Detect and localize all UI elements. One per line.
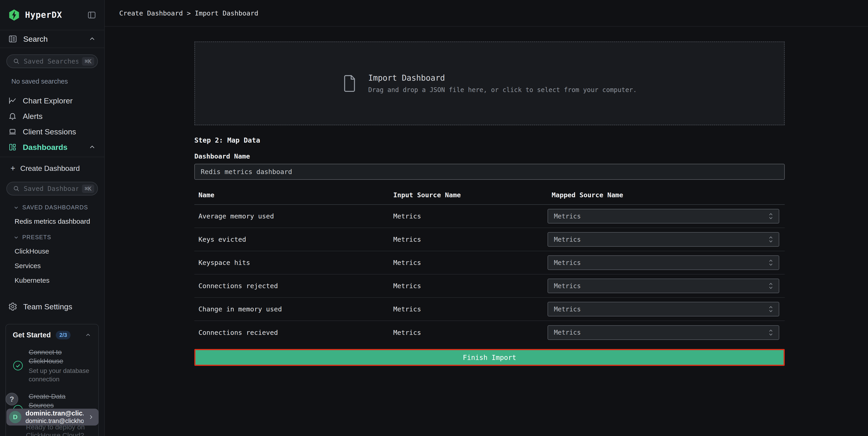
sidebar: HyperDX Search — [0, 0, 105, 436]
cell-input-source: Metrics — [389, 251, 548, 274]
cell-name: Change in memory used — [194, 297, 389, 321]
chevron-up-icon — [88, 35, 96, 43]
sidebar-nav: Chart Explorer Alerts Client Sessions — [0, 93, 104, 157]
user-menu[interactable]: D dominic.tran@clic... dominic.tran@clic… — [6, 409, 98, 426]
mapped-source-select[interactable]: Metrics — [548, 232, 779, 247]
dashboard-name-label: Dashboard Name — [194, 152, 785, 160]
cell-name: Average memory used — [194, 205, 389, 228]
table-row: Average memory used Metrics Metrics — [194, 205, 785, 228]
json-dropzone[interactable]: Import Dashboard Drag and drop a JSON fi… — [194, 41, 785, 125]
sidebar-item-label: Alerts — [23, 112, 42, 121]
chart-explorer-icon — [8, 96, 17, 105]
create-dashboard-button[interactable]: + Create Dashboard — [0, 161, 104, 175]
saved-searches-searchbox[interactable]: ⌘K — [6, 54, 98, 68]
select-value: Metrics — [554, 282, 767, 290]
select-chevrons-icon — [767, 212, 774, 220]
get-started-step-connect[interactable]: Connect to ClickHouse Set up your databa… — [13, 348, 92, 384]
mapped-source-select[interactable]: Metrics — [548, 255, 779, 270]
preset-item-clickhouse[interactable]: ClickHouse — [14, 248, 104, 255]
logo-row: HyperDX — [0, 0, 104, 30]
select-chevrons-icon — [767, 282, 774, 290]
user-email: dominic.tran@clickho... — [26, 417, 84, 425]
no-saved-searches-text: No saved searches — [11, 78, 104, 85]
presets-group-toggle[interactable]: PRESETS — [13, 234, 104, 240]
get-started-header[interactable]: Get Started 2/3 — [13, 331, 92, 340]
cell-input-source: Metrics — [389, 274, 548, 297]
saved-searches-input[interactable] — [24, 57, 78, 65]
preset-item-services[interactable]: Services — [14, 262, 104, 270]
sidebar-item-alerts[interactable]: Alerts — [0, 109, 104, 124]
step-title: Create Data Sources — [29, 392, 91, 410]
cell-name: Connections recieved — [194, 321, 389, 344]
select-chevrons-icon — [767, 329, 774, 337]
mapping-table: Name Input Source Name Mapped Source Nam… — [194, 187, 785, 344]
sidebar-item-client-sessions[interactable]: Client Sessions — [0, 124, 104, 139]
content-area: Import Dashboard Drag and drop a JSON fi… — [105, 27, 868, 436]
sidebar-item-chart-explorer[interactable]: Chart Explorer — [0, 93, 104, 109]
step-texts: Connect to ClickHouse Set up your databa… — [29, 348, 91, 384]
preset-item-kubernetes[interactable]: Kubernetes — [14, 277, 104, 284]
mapped-source-select[interactable]: Metrics — [548, 302, 779, 316]
dashboard-name-input[interactable] — [194, 164, 785, 180]
dropzone-title: Import Dashboard — [368, 74, 637, 83]
sidebar-item-dashboards[interactable]: Dashboards — [0, 139, 104, 155]
chevron-right-icon — [88, 414, 94, 420]
table-row: Connections recieved Metrics Metrics — [194, 321, 785, 344]
cell-name: Keys evicted — [194, 228, 389, 251]
sidebar-item-search[interactable]: Search — [0, 30, 104, 48]
sidebar-item-label: Dashboards — [23, 143, 68, 152]
select-chevrons-icon — [767, 259, 774, 266]
sidebar-item-label: Search — [23, 35, 48, 43]
plus-icon: + — [10, 164, 15, 172]
table-header-row: Name Input Source Name Mapped Source Nam… — [194, 187, 785, 205]
select-value: Metrics — [554, 236, 767, 243]
dashboards-icon — [8, 143, 17, 151]
bell-icon — [8, 112, 17, 120]
mapped-source-select[interactable]: Metrics — [548, 325, 779, 340]
laptop-icon — [8, 127, 17, 136]
topbar: Create Dashboard > Import Dashboard — [105, 0, 868, 27]
group-label-text: PRESETS — [22, 234, 51, 240]
saved-dashboards-group-toggle[interactable]: SAVED DASHBOARDS — [13, 204, 104, 211]
kbd-shortcut: ⌘K — [82, 184, 94, 193]
table-row: Keyspace hits Metrics Metrics — [194, 251, 785, 274]
step-title: Connect to ClickHouse — [29, 348, 91, 366]
sidebar-item-label: Client Sessions — [23, 127, 76, 136]
sidebar-collapse-icon[interactable] — [87, 10, 96, 20]
cloud-promo-line2: ClickHouse Cloud? — [26, 431, 84, 436]
sidebar-item-team-settings[interactable]: Team Settings — [0, 302, 104, 311]
get-started-title: Get Started — [13, 331, 51, 339]
select-value: Metrics — [554, 259, 767, 266]
cell-input-source: Metrics — [389, 321, 548, 344]
search-section-icon — [8, 34, 17, 43]
saved-dashboards-input[interactable] — [24, 185, 78, 193]
saved-dashboards-searchbox[interactable]: ⌘K — [6, 182, 98, 196]
divider — [0, 157, 104, 157]
create-dashboard-label: Create Dashboard — [20, 164, 80, 173]
select-value: Metrics — [554, 212, 767, 220]
app-title: HyperDX — [25, 10, 62, 20]
cell-name: Keyspace hits — [194, 251, 389, 274]
search-icon — [13, 58, 20, 65]
avatar: D — [9, 411, 21, 423]
gear-icon — [8, 302, 17, 311]
main-area: Create Dashboard > Import Dashboard Impo… — [105, 0, 868, 436]
step-desc: Set up your database connection — [29, 367, 91, 384]
mapped-source-select[interactable]: Metrics — [548, 279, 779, 293]
chevron-up-icon — [88, 143, 96, 151]
column-header-name: Name — [194, 187, 389, 205]
select-value: Metrics — [554, 306, 767, 313]
finish-import-button[interactable]: Finish Import — [194, 349, 785, 366]
help-button[interactable]: ? — [5, 393, 18, 405]
progress-badge: 2/3 — [56, 331, 70, 340]
table-row: Connections rejected Metrics Metrics — [194, 274, 785, 297]
saved-dashboard-item[interactable]: Redis metrics dashboard — [14, 217, 104, 225]
search-icon — [13, 185, 20, 192]
chevron-up-icon — [85, 332, 92, 339]
cell-name: Connections rejected — [194, 274, 389, 297]
kbd-shortcut: ⌘K — [82, 57, 94, 66]
user-texts: dominic.tran@clic... dominic.tran@clickh… — [26, 410, 84, 425]
mapped-source-select[interactable]: Metrics — [548, 209, 779, 224]
column-header-input-source: Input Source Name — [389, 187, 548, 205]
select-chevrons-icon — [767, 236, 774, 243]
